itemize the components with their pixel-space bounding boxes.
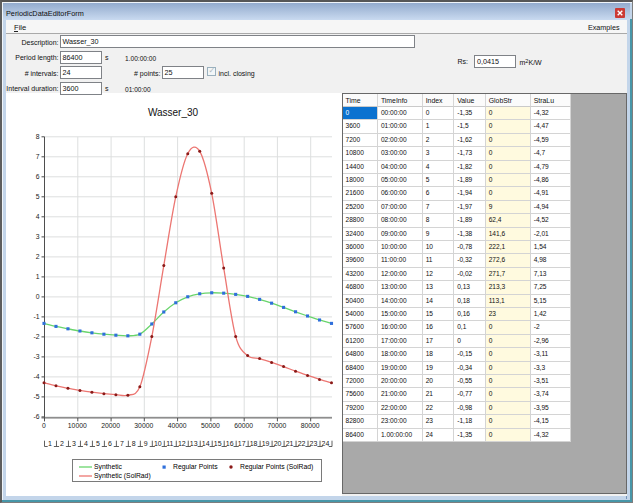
svg-text:24: 24	[322, 440, 330, 447]
svg-text:3: 3	[36, 233, 40, 240]
svg-text:18: 18	[250, 440, 258, 447]
svg-text:20: 20	[274, 440, 282, 447]
svg-text:10: 10	[154, 440, 162, 447]
svg-text:5: 5	[96, 440, 100, 447]
svg-text:0: 0	[36, 293, 40, 300]
svg-text:15: 15	[214, 440, 222, 447]
svg-text:20000: 20000	[101, 422, 120, 429]
svg-text:13: 13	[190, 440, 198, 447]
svg-text:16: 16	[226, 440, 234, 447]
svg-text:9: 9	[144, 440, 148, 447]
svg-text:6: 6	[108, 440, 112, 447]
svg-text:60000: 60000	[234, 422, 253, 429]
svg-text:-1: -1	[33, 313, 39, 320]
svg-text:6: 6	[36, 173, 40, 180]
svg-text:10000: 10000	[68, 422, 87, 429]
svg-text:7: 7	[36, 153, 40, 160]
svg-text:23: 23	[310, 440, 318, 447]
svg-text:3: 3	[72, 440, 76, 447]
svg-text:12: 12	[178, 440, 186, 447]
svg-text:4: 4	[84, 440, 88, 447]
svg-text:0: 0	[42, 422, 46, 429]
svg-text:22: 22	[298, 440, 306, 447]
svg-text:-3: -3	[33, 353, 39, 360]
svg-text:2: 2	[36, 253, 40, 260]
svg-text:-6: -6	[33, 413, 39, 420]
svg-text:17: 17	[238, 440, 246, 447]
svg-text:21: 21	[286, 440, 294, 447]
svg-text:-4: -4	[33, 373, 39, 380]
svg-text:50000: 50000	[201, 422, 220, 429]
svg-text:2: 2	[60, 440, 64, 447]
svg-text:7: 7	[120, 440, 124, 447]
svg-text:Wasser_30: Wasser_30	[148, 107, 199, 118]
svg-text:70000: 70000	[267, 422, 286, 429]
svg-text:30000: 30000	[134, 422, 153, 429]
svg-text:40000: 40000	[168, 422, 187, 429]
svg-text:11: 11	[166, 440, 173, 447]
svg-text:8: 8	[132, 440, 136, 447]
svg-text:19: 19	[262, 440, 270, 447]
svg-text:80000: 80000	[301, 422, 320, 429]
svg-text:-5: -5	[33, 393, 39, 400]
svg-text:8: 8	[36, 133, 40, 140]
svg-text:14: 14	[202, 440, 210, 447]
svg-text:4: 4	[36, 213, 40, 220]
svg-text:1: 1	[36, 273, 40, 280]
svg-text:-2: -2	[33, 333, 39, 340]
svg-text:1: 1	[48, 440, 52, 447]
svg-text:5: 5	[36, 193, 40, 200]
